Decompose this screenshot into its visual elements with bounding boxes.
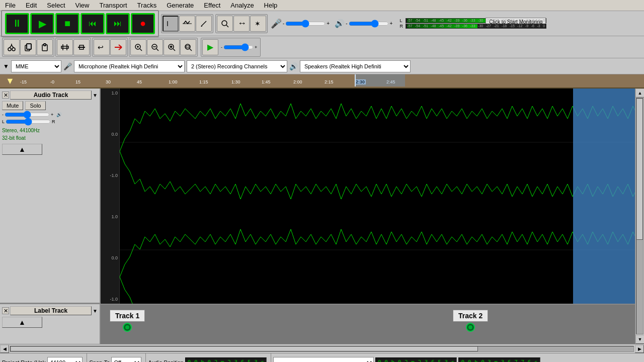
copy-button[interactable] bbox=[20, 39, 36, 55]
menu-analyze[interactable]: Analyze bbox=[225, 1, 259, 10]
silence-audio-button[interactable] bbox=[73, 39, 90, 55]
sel-end-value[interactable]: 0 0 h 0 3 m 3 6 7 7 6 s bbox=[458, 357, 540, 362]
label-track-name-button[interactable]: Label Track bbox=[10, 306, 92, 315]
svg-point-46 bbox=[468, 325, 472, 329]
project-rate-label: Project Rate (Hz): bbox=[2, 359, 46, 363]
multi-tool-button[interactable]: ✶ bbox=[250, 16, 266, 32]
vu-l-label: L bbox=[399, 18, 405, 23]
zoom-in-button[interactable] bbox=[130, 39, 146, 55]
mic-plus-icon: + bbox=[327, 21, 330, 26]
paste-button[interactable] bbox=[37, 39, 53, 55]
audio-pos-value[interactable]: 0 0 h 0 2 m 2 3 6 5 3 s bbox=[185, 357, 267, 362]
label-marker-track1[interactable]: Track 1 bbox=[110, 310, 145, 332]
svg-rect-14 bbox=[27, 44, 31, 49]
svg-rect-19 bbox=[61, 46, 68, 48]
label-track-close[interactable]: ✕ bbox=[2, 307, 9, 314]
menu-edit[interactable]: Edit bbox=[21, 1, 42, 10]
output-device-select[interactable]: Speakers (Realtek High Definiti bbox=[300, 60, 411, 72]
playback-speed-slider[interactable] bbox=[223, 43, 254, 51]
hscroll-track bbox=[10, 346, 634, 352]
menu-file[interactable]: File bbox=[0, 1, 21, 10]
trim-audio-button[interactable] bbox=[57, 39, 73, 55]
svg-line-5 bbox=[226, 25, 228, 27]
svg-text:I: I bbox=[167, 20, 169, 28]
label-track1-text[interactable]: Track 1 bbox=[110, 310, 145, 322]
svg-line-41 bbox=[190, 49, 192, 51]
snap-to-label: Snap-To bbox=[89, 359, 110, 363]
fit-project-button[interactable] bbox=[164, 39, 180, 55]
svg-line-29 bbox=[140, 49, 142, 51]
menu-tracks[interactable]: Tracks bbox=[132, 1, 162, 10]
audio-track-menu-arrow[interactable]: ▼ bbox=[93, 93, 98, 98]
menu-help[interactable]: Help bbox=[259, 1, 283, 10]
selection-mode-select[interactable]: Start and End of Selection bbox=[273, 357, 374, 363]
hscroll-left-button[interactable]: ◀ bbox=[0, 345, 9, 353]
mic-level-slider[interactable] bbox=[285, 20, 326, 28]
vscroll-thumb[interactable] bbox=[636, 99, 643, 240]
envelope-tool-button[interactable] bbox=[179, 16, 195, 32]
audio-track-close[interactable]: ✕ bbox=[2, 92, 9, 99]
channels-select[interactable]: 2 (Stereo) Recording Channels bbox=[187, 60, 287, 72]
solo-button[interactable]: Solo bbox=[25, 101, 45, 110]
skip-start-button[interactable]: ⏮ bbox=[80, 13, 105, 34]
audio-pos-label: Audio Position bbox=[148, 359, 183, 363]
menu-select[interactable]: Select bbox=[42, 1, 70, 10]
skip-end-button[interactable]: ⏭ bbox=[106, 13, 130, 34]
sel-start-value[interactable]: 0 0 h 0 2 m 2 3 6 5 3 s bbox=[375, 357, 457, 362]
svg-line-2 bbox=[201, 21, 206, 26]
time-shift-tool-button[interactable]: ↔ bbox=[233, 16, 250, 32]
redo-button[interactable] bbox=[110, 39, 126, 55]
hscroll-thumb[interactable] bbox=[11, 346, 478, 351]
svg-text:↩: ↩ bbox=[98, 43, 104, 51]
menu-effect[interactable]: Effect bbox=[199, 1, 225, 10]
audio-driver-select[interactable]: MME bbox=[11, 60, 61, 72]
ruler-arrow[interactable]: ▼ bbox=[6, 76, 15, 86]
mic-device-select[interactable]: Microphone (Realtek High Defini bbox=[74, 60, 185, 72]
label-track2-marker[interactable] bbox=[466, 323, 475, 332]
label-marker-track2[interactable]: Track 2 bbox=[453, 310, 488, 332]
menu-generate[interactable]: Generate bbox=[162, 1, 199, 10]
label-track1-marker[interactable] bbox=[123, 323, 132, 332]
speaker-device-icon: 🔊 bbox=[289, 62, 298, 70]
status-bar: Project Rate (Hz): 44100 Snap-To Off Aud… bbox=[0, 353, 644, 362]
menu-view[interactable]: View bbox=[70, 1, 95, 10]
menu-bar: File Edit Select View Transport Tracks G… bbox=[0, 0, 644, 11]
vscroll-down-button[interactable]: ▼ bbox=[635, 335, 644, 344]
label-track-menu-arrow[interactable]: ▼ bbox=[93, 308, 98, 314]
zoom-out-button[interactable] bbox=[147, 39, 163, 55]
select-tool-button[interactable]: I bbox=[163, 16, 179, 32]
svg-point-9 bbox=[12, 48, 15, 51]
playback-level-slider[interactable] bbox=[349, 20, 389, 28]
vu-r-label: R bbox=[399, 24, 405, 29]
cut-button[interactable] bbox=[4, 39, 20, 55]
track-collapse-button[interactable]: ▲ bbox=[2, 144, 42, 155]
pause-button[interactable]: ⏸ bbox=[5, 13, 29, 34]
audio-driver-icon: ▼ bbox=[3, 63, 9, 70]
hscroll-right-button[interactable]: ▶ bbox=[635, 345, 644, 353]
menu-transport[interactable]: Transport bbox=[94, 1, 132, 10]
mic-device-icon: 🎤 bbox=[63, 62, 72, 70]
svg-text:✶: ✶ bbox=[255, 20, 261, 28]
svg-point-45 bbox=[125, 325, 129, 329]
label-track-collapse-button[interactable]: ▲ bbox=[2, 317, 42, 328]
project-rate-select[interactable]: 44100 bbox=[47, 357, 83, 363]
stop-button[interactable]: ■ bbox=[55, 13, 79, 34]
vscroll-up-button[interactable]: ▲ bbox=[635, 88, 644, 98]
record-button[interactable]: ● bbox=[131, 13, 155, 34]
zoom-tool-button[interactable] bbox=[217, 16, 233, 32]
snap-to-select[interactable]: Off bbox=[111, 357, 141, 363]
play-stop-button[interactable]: ▶ bbox=[202, 39, 218, 55]
play-button[interactable]: ▶ bbox=[30, 13, 54, 34]
svg-text:↔: ↔ bbox=[237, 19, 246, 28]
selection-region bbox=[355, 74, 405, 86]
mute-button[interactable]: Mute bbox=[2, 101, 23, 110]
hscrollbar: ◀ ▶ bbox=[0, 344, 644, 353]
label-track2-text[interactable]: Track 2 bbox=[453, 310, 488, 322]
draw-tool-button[interactable] bbox=[196, 16, 212, 32]
track-gain-slider[interactable] bbox=[5, 112, 50, 118]
audio-track-name-button[interactable]: Audio Track bbox=[10, 90, 92, 100]
speaker-icon: 🔊 bbox=[335, 19, 345, 28]
undo-button[interactable]: ↩ bbox=[94, 39, 110, 55]
track-pan-slider[interactable] bbox=[6, 119, 51, 125]
zoom-selection-button[interactable] bbox=[180, 39, 196, 55]
